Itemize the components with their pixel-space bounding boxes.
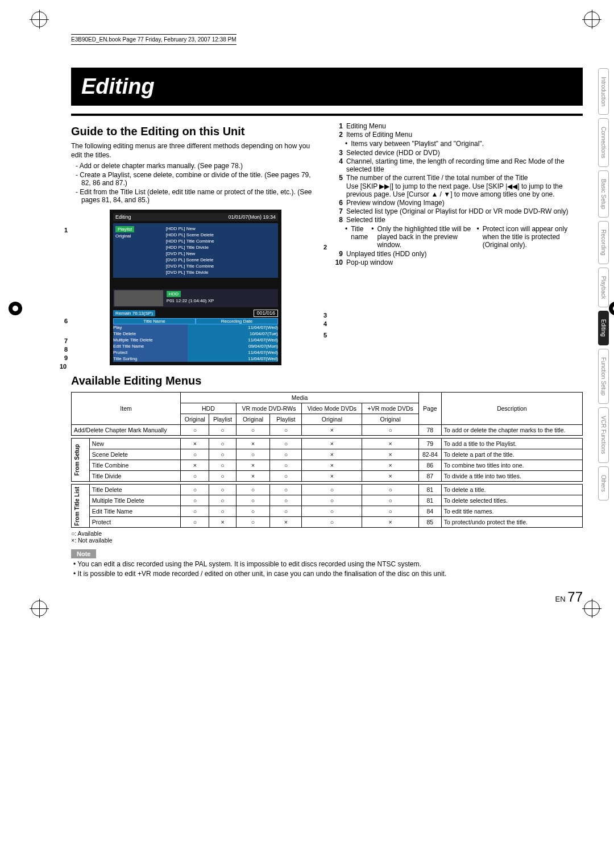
table-row: From Setup New ×○×○×× 79To add a title t…	[72, 439, 583, 449]
popup-window: Play Title Delete Multiple Title Delete …	[113, 324, 188, 362]
page-title: Editing	[71, 68, 583, 106]
tab-others[interactable]: Others	[598, 466, 609, 500]
tab-introduction[interactable]: Introduction	[598, 68, 609, 115]
side-tabs: Introduction Connections Basic Setup Rec…	[598, 68, 609, 500]
title-counter: 001/016	[254, 310, 278, 317]
book-header: E3B90ED_EN.book Page 77 Friday, February…	[71, 34, 237, 45]
editing-menus-table: Item Media Page Description HDD VR mode …	[71, 392, 583, 528]
preview-window-icon	[114, 290, 163, 306]
table-row: Edit Title Name○○○○○○84To edit title nam…	[72, 506, 583, 517]
tab-connections[interactable]: Connections	[598, 118, 609, 167]
title-info: P01 12:22 (1:04:40) XP	[167, 298, 214, 304]
table-legend: ○: Available ×: Not available	[71, 530, 583, 544]
note-badge: Note	[71, 549, 96, 558]
tab-playback[interactable]: Playback	[598, 268, 609, 308]
intro-text: The following editing menus are three di…	[71, 141, 320, 160]
editing-screen-mock: Editing 01/01/07(Mon) 19:34 Playlist Ori…	[110, 210, 281, 365]
list-item: - Add or delete chapter marks manually. …	[71, 162, 320, 170]
screen-datetime: 01/01/07(Mon) 19:34	[228, 214, 276, 220]
list-item: - Create a Playlist, scene delete, combi…	[71, 171, 320, 187]
page-footer: EN 77	[71, 589, 583, 605]
crop-mark-icon	[31, 600, 47, 616]
table-row: Title Combine×○×○××86To combine two titl…	[72, 460, 583, 471]
section-heading: Available Editing Menus	[71, 374, 583, 387]
tab-basic-setup[interactable]: Basic Setup	[598, 170, 609, 218]
screen-left-item: Playlist	[115, 226, 134, 232]
screen-title: Editing	[115, 214, 131, 220]
screen-left-item: Original	[115, 233, 163, 239]
crop-mark-icon	[584, 11, 600, 27]
list-item: - Edit from the Title List (delete, edit…	[71, 188, 320, 204]
table-row: Protect○×○×○×85To protect/undo protect t…	[72, 517, 583, 528]
page: E3B90ED_EN.book Page 77 Friday, February…	[9, 0, 605, 628]
divider	[71, 114, 583, 116]
content-columns: Guide to the Editing on this Unit The fo…	[71, 122, 583, 371]
tab-function-setup[interactable]: Function Setup	[598, 349, 609, 404]
screen-right-list: [HDD PL] New [HDD PL] Scene Delete [HDD …	[166, 226, 276, 276]
intro-list: - Add or delete chapter marks manually. …	[71, 162, 320, 204]
table-row: Multiple Title Delete○○○○○○81To delete s…	[72, 495, 583, 506]
register-dot-icon	[9, 302, 22, 315]
table-row: Title Divide○○×○××87To divide a title in…	[72, 471, 583, 482]
device-badge: HDD	[167, 291, 181, 297]
register-dot-icon	[609, 302, 614, 315]
table-row: Add/Delete Chapter Mark Manually ○○○○×○ …	[72, 425, 583, 436]
section-heading: Guide to the Editing on this Unit	[71, 125, 320, 138]
note-list: • You can edit a disc recorded using the…	[71, 560, 583, 578]
tab-recording[interactable]: Recording	[598, 221, 609, 264]
remain-label: Remain 76:13(SP)	[113, 310, 155, 316]
crop-mark-icon	[584, 600, 600, 616]
tab-editing[interactable]: Editing	[598, 311, 609, 345]
table-row: From Title List Title Delete ○○○○○○ 81To…	[72, 485, 583, 495]
legend-list: 1Editing Menu 2Items of Editing Menu Ite…	[334, 122, 583, 266]
table-row: Scene Delete○○○○××82-84To delete a part …	[72, 449, 583, 460]
right-column: 1Editing Menu 2Items of Editing Menu Ite…	[334, 122, 583, 371]
left-column: Guide to the Editing on this Unit The fo…	[71, 122, 320, 371]
tab-vcr-functions[interactable]: VCR Functions	[598, 407, 609, 462]
crop-mark-icon	[31, 11, 47, 27]
